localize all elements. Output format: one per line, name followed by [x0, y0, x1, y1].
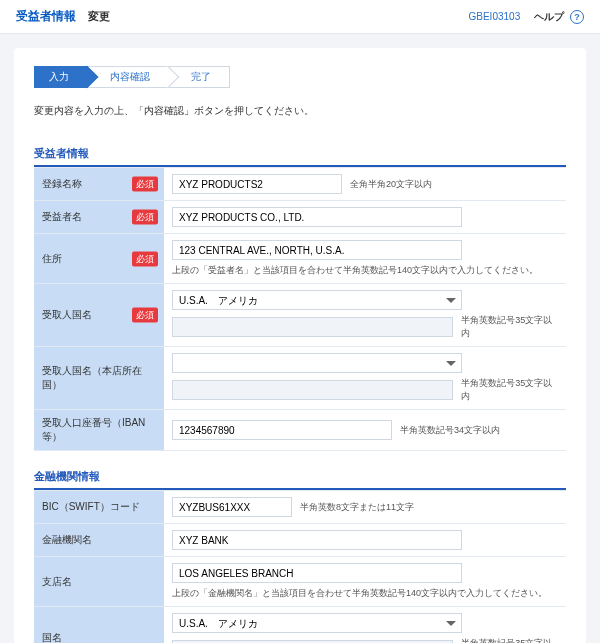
bic-hint: 半角英数8文字または11文字: [300, 501, 414, 514]
branch-input[interactable]: [172, 563, 462, 583]
bene-name-input[interactable]: [172, 207, 462, 227]
label-address: 住所: [42, 253, 62, 264]
page-title: 受益者情報: [16, 8, 76, 25]
required-badge: 必須: [132, 177, 158, 192]
label-bene-name: 受益者名: [42, 211, 82, 222]
origin-country-sub-hint: 半角英数記号35文字以内: [461, 377, 558, 403]
required-badge: 必須: [132, 210, 158, 225]
page-subtitle: 変更: [88, 9, 110, 24]
wizard-steps: 入力 内容確認 完了: [34, 66, 566, 88]
address-input[interactable]: [172, 240, 462, 260]
label-recv-country: 受取人国名: [42, 309, 92, 320]
step-input[interactable]: 入力: [34, 66, 88, 88]
help-label: ヘルプ: [534, 11, 564, 22]
bank-country-select[interactable]: U.S.A. アメリカ: [172, 613, 462, 633]
origin-country-sub-input[interactable]: [172, 380, 453, 400]
recv-country-sub-input[interactable]: [172, 317, 453, 337]
origin-country-select[interactable]: [172, 353, 462, 373]
required-badge: 必須: [132, 251, 158, 266]
address-hint: 上段の「受益者名」と当該項目を合わせて半角英数記号140文字以内で入力してくださ…: [172, 264, 558, 277]
bank-table: BIC（SWIFT）コード 半角英数8文字または11文字 金融機関名 支店名 上…: [34, 490, 566, 643]
branch-hint: 上段の「金融機関名」と当該項目を合わせて半角英数記号140文字以内で入力してくだ…: [172, 587, 558, 600]
label-origin-country: 受取人国名（本店所在国）: [42, 365, 142, 390]
reg-name-hint: 全角半角20文字以内: [350, 178, 432, 191]
screen-id: GBEI03103: [469, 11, 521, 22]
section-bank: 金融機関情報: [34, 469, 566, 490]
label-bic: BIC（SWIFT）コード: [42, 501, 140, 512]
label-reg-name: 登録名称: [42, 178, 82, 189]
bic-input[interactable]: [172, 497, 292, 517]
recv-country-sub-hint: 半角英数記号35文字以内: [461, 314, 558, 340]
step-confirm[interactable]: 内容確認: [88, 66, 169, 88]
account-input[interactable]: [172, 420, 392, 440]
beneficiary-table: 登録名称必須 全角半角20文字以内 受益者名必須 住所必須 上段の「受益者名」と…: [34, 167, 566, 451]
intro-text: 変更内容を入力の上、「内容確認」ボタンを押してください。: [34, 104, 566, 118]
help-icon: ?: [570, 10, 584, 24]
help-link[interactable]: ヘルプ ?: [534, 10, 584, 24]
required-badge: 必須: [132, 308, 158, 323]
bank-country-sub-hint: 半角英数記号35文字以内: [461, 637, 558, 643]
recv-country-select[interactable]: U.S.A. アメリカ: [172, 290, 462, 310]
section-beneficiary: 受益者情報: [34, 146, 566, 167]
label-branch: 支店名: [42, 576, 72, 587]
label-bank-country: 国名: [42, 632, 62, 643]
main-card: 入力 内容確認 完了 変更内容を入力の上、「内容確認」ボタンを押してください。 …: [14, 48, 586, 643]
label-bank-name: 金融機関名: [42, 534, 92, 545]
label-account: 受取人口座番号（IBAN等）: [42, 417, 145, 442]
bank-name-input[interactable]: [172, 530, 462, 550]
reg-name-input[interactable]: [172, 174, 342, 194]
top-bar: 受益者情報 変更 GBEI03103 ヘルプ ?: [0, 0, 600, 34]
account-hint: 半角英数記号34文字以内: [400, 424, 500, 437]
